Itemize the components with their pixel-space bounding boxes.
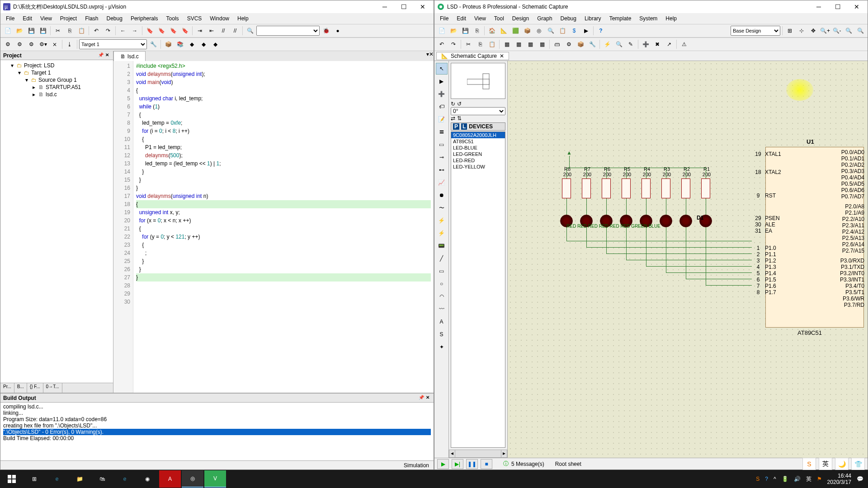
chrome-icon[interactable]: ◉ xyxy=(137,470,158,488)
tape-recorder-icon[interactable]: ⏺ xyxy=(436,189,448,201)
remove-sheet-icon[interactable]: ✖ xyxy=(652,39,663,50)
new-file-icon[interactable]: 📄 xyxy=(2,25,13,36)
2d-arc-icon[interactable]: ◠ xyxy=(436,291,448,302)
home-icon[interactable]: 🏠 xyxy=(486,25,497,36)
scroll-left-icon[interactable]: ◂ xyxy=(449,450,455,458)
download-icon[interactable]: ⭳ xyxy=(64,39,75,50)
pin-ALE[interactable]: 30ALE xyxy=(753,221,777,228)
pin-P0.0/AD0[interactable]: P0.0/AD039 xyxy=(840,149,868,155)
play-button[interactable]: ▶ xyxy=(437,459,449,469)
code-area[interactable]: #include <regx52.h>void delaynms(unsigne… xyxy=(133,61,434,393)
pin-P3.5/T1[interactable]: P3.5/T115 xyxy=(844,289,868,296)
proteus-taskbar-icon[interactable]: ◎ xyxy=(182,470,203,488)
pin-P1.0[interactable]: 1P1.0 xyxy=(753,245,778,251)
pin-P0.5/AD5[interactable]: P0.5/AD534 xyxy=(840,181,868,187)
2d-symbol-icon[interactable]: S xyxy=(436,328,448,340)
close-button[interactable]: ✕ xyxy=(415,1,431,12)
2d-circle-icon[interactable]: ○ xyxy=(436,278,448,290)
rebuild-icon[interactable]: ⚙ xyxy=(26,39,37,50)
led-7[interactable] xyxy=(679,215,692,227)
resistor-R7[interactable]: R7200 xyxy=(582,178,591,198)
tree-project-root[interactable]: ▾🗀Project: LSD xyxy=(2,62,111,69)
pcb-layout-icon[interactable]: 🟩 xyxy=(510,25,521,36)
pin-P1.3[interactable]: 4P1.3 xyxy=(753,264,778,270)
voltage-probe-icon[interactable]: ⚡ xyxy=(436,215,448,226)
find-combo[interactable] xyxy=(256,26,320,36)
file-explorer-icon[interactable]: 📁 xyxy=(69,470,90,488)
component-mode-icon[interactable]: ▶ xyxy=(436,75,448,87)
pack-installer-icon[interactable]: ◆ xyxy=(210,39,221,50)
pin-P1.1[interactable]: 2P1.1 xyxy=(753,251,778,258)
tray-battery-icon[interactable]: 🔋 xyxy=(782,476,788,482)
pin-P3.1/TXD[interactable]: P3.1/TXD11 xyxy=(839,264,868,270)
pin-P3.4/T0[interactable]: P3.4/T014 xyxy=(844,283,868,289)
device-item[interactable]: LED-YELLOW xyxy=(451,164,505,170)
pin-icon[interactable]: 📌 xyxy=(98,52,104,59)
led-6[interactable] xyxy=(660,215,672,227)
tree-target[interactable]: ▾🗀Target 1 xyxy=(2,69,111,76)
bookmark-clear-icon[interactable]: 🔖 xyxy=(179,25,190,36)
pin-P3.0/RXD[interactable]: P3.0/RXD10 xyxy=(839,258,868,264)
paste-icon[interactable]: 📋 xyxy=(486,39,497,50)
cut-icon[interactable]: ✂ xyxy=(52,25,63,36)
device-pins-icon[interactable]: ⊷ xyxy=(436,164,448,176)
find-icon[interactable]: 🔍 xyxy=(245,25,255,36)
source-code-icon[interactable]: $ xyxy=(569,25,580,36)
search-icon[interactable]: 🔍 xyxy=(613,39,624,50)
pin-P2.1/A9[interactable]: P2.1/A922 xyxy=(843,210,868,216)
2d-box-icon[interactable]: ▭ xyxy=(436,265,448,277)
device-scrollbar[interactable] xyxy=(455,450,501,458)
property-assign-icon[interactable]: ✎ xyxy=(625,39,636,50)
make-device-icon[interactable]: ⚙ xyxy=(563,39,574,50)
pin-XTAL1[interactable]: 19XTAL1 xyxy=(753,151,783,157)
gerber-viewer-icon[interactable]: ◎ xyxy=(533,25,544,36)
save-icon[interactable]: 💾 xyxy=(460,25,471,36)
save-all-icon[interactable]: 💾 xyxy=(38,25,48,36)
maximize-button[interactable]: ☐ xyxy=(830,1,846,12)
menu-flash[interactable]: Flash xyxy=(81,14,102,23)
indent-icon[interactable]: ⇥ xyxy=(194,25,205,36)
menu-system[interactable]: System xyxy=(636,14,661,23)
zoom-all-icon[interactable]: 🔍 xyxy=(843,25,854,36)
tray-volume-icon[interactable]: 🔊 xyxy=(794,476,801,482)
menu-tools[interactable]: Tools xyxy=(163,14,183,23)
subcircuit-icon[interactable]: ▭ xyxy=(436,139,448,150)
adobe-icon[interactable]: A xyxy=(159,470,181,488)
outdent-icon[interactable]: ⇤ xyxy=(206,25,217,36)
design-selector[interactable]: Base Design xyxy=(731,26,780,36)
tray-clock[interactable]: 16:44 2020/3/17 xyxy=(827,473,851,485)
pin-P1.4[interactable]: 5P1.4 xyxy=(753,270,778,277)
pin-P2.0/A8[interactable]: P2.0/A821 xyxy=(843,203,868,210)
menu-template[interactable]: Template xyxy=(606,14,635,23)
erc-icon[interactable]: ⚠ xyxy=(679,39,689,50)
minimize-button[interactable]: ─ xyxy=(377,1,393,12)
redo-icon[interactable]: ↷ xyxy=(448,39,459,50)
decompose-icon[interactable]: 🔧 xyxy=(587,39,598,50)
pin-P2.2/A10[interactable]: P2.2/A1023 xyxy=(840,216,868,222)
resistor-R8[interactable]: R8200 xyxy=(562,178,571,198)
pin-P1.7[interactable]: 8P1.7 xyxy=(753,289,778,296)
menu-view[interactable]: View xyxy=(471,14,490,23)
pin-P3.2/INT0[interactable]: P3.2/INT012 xyxy=(838,270,868,277)
design-explorer-icon[interactable]: 🔍 xyxy=(545,25,556,36)
schematic-capture-icon[interactable]: 📐 xyxy=(498,25,509,36)
pin-P0.6/AD6[interactable]: P0.6/AD633 xyxy=(840,187,868,193)
bom-icon[interactable]: 📋 xyxy=(557,25,568,36)
breakpoint-icon[interactable]: ● xyxy=(332,25,343,36)
device-list[interactable]: 9C08052A2000JLHAT89C51LED-BLUELED-GREENL… xyxy=(451,131,505,448)
stop-button[interactable]: ■ xyxy=(481,459,492,469)
bottom-tab[interactable]: Pr... xyxy=(0,383,14,393)
resistor-R1[interactable]: R1200 xyxy=(701,178,710,198)
books-icon[interactable]: 📚 xyxy=(175,39,185,50)
pin-P0.3/AD3[interactable]: P0.3/AD336 xyxy=(840,168,868,174)
menu-design[interactable]: Design xyxy=(509,14,533,23)
menu-file[interactable]: File xyxy=(436,14,452,23)
cut-icon[interactable]: ✂ xyxy=(463,39,474,50)
device-item[interactable]: LED-BLUE xyxy=(451,145,505,151)
pin-EA[interactable]: 31EA xyxy=(753,228,774,234)
virtual-instruments-icon[interactable]: 📟 xyxy=(436,240,448,252)
menu-debug[interactable]: Debug xyxy=(103,14,126,23)
new-project-icon[interactable]: 📄 xyxy=(436,25,447,36)
bookmark-icon[interactable]: 🔖 xyxy=(144,25,155,36)
resistor-R6[interactable]: R6200 xyxy=(602,178,611,198)
